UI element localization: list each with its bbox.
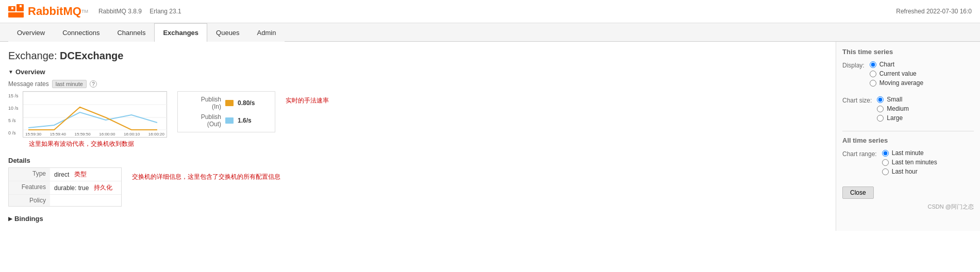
features-value: durable: true [54,184,89,192]
main-content: Exchange: DCExchange ▼ Overview Message … [0,42,836,231]
display-group: Display: Chart Current value Moving aver… [842,61,974,89]
nav-queues[interactable]: Queues [207,23,248,42]
nav-channels[interactable]: Channels [108,23,154,42]
svg-rect-4 [20,5,22,7]
timeframe-badge[interactable]: last minute [52,80,87,88]
legend-color-publish-in [225,100,234,106]
bindings-arrow-icon: ▶ [8,216,12,222]
y-label-10: 10 /s [8,106,19,111]
chart-range-last-hour[interactable]: Last hour [882,168,937,175]
legend-label-publish-in: Publish(In) [185,96,221,110]
details-row-features: Features durable: true 持久化 [9,181,121,195]
legend-color-publish-out [225,117,234,124]
display-radio-chart[interactable] [870,61,876,68]
close-button[interactable]: Close [842,186,874,199]
chart-size-radio-small-label: Small [887,96,902,103]
logo-tm: TM [81,9,88,14]
chart-size-small[interactable]: Small [877,96,909,103]
header: RabbitMQ TM RabbitMQ 3.8.9 Erlang 23.1 R… [0,0,980,23]
details-val-type: direct 类型 [50,168,91,181]
display-option-chart[interactable]: Chart [870,61,923,68]
chart-size-radio-large[interactable] [877,115,884,122]
details-row-policy: Policy [9,195,121,206]
annotation-realtime: 实时的手法速率 [286,91,329,105]
chart-size-radio-large-label: Large [887,114,903,122]
display-radio-current[interactable] [870,71,876,77]
nav-exchanges[interactable]: Exchanges [154,23,207,42]
chart-size-radio-medium-label: Medium [887,105,909,112]
chart-box: 15:59:30 15:59:40 15:59:50 16:00:00 16:0… [23,91,167,138]
refresh-time: Refreshed 2022-07-30 16:0 [896,8,972,15]
display-label: Display: [842,62,865,69]
annotation-wave-text: 这里如果有波动代表，交换机收到数据 [29,140,134,147]
content-area: Exchange: DCExchange ▼ Overview Message … [0,42,980,231]
erlang-version: Erlang 23.1 [150,8,181,15]
chart-range-group: Chart range: Last minute Last ten minute… [842,149,974,177]
chart-size-radio-small[interactable] [877,96,884,103]
x-label-4: 16:00:10 [124,132,140,137]
bindings-toggle[interactable]: ▶ Bindings [8,215,827,223]
chart-size-label: Chart size: [842,97,872,104]
x-label-3: 16:00:00 [99,132,115,137]
chart-size-medium[interactable]: Medium [877,105,909,112]
chart-range-label: Chart range: [842,150,877,158]
annotation-realtime-text: 实时的手法速率 [286,96,329,105]
sidebar-title: This time series [842,48,974,56]
exchange-name: DCExchange [60,50,123,61]
chart-size-options: Small Medium Large [877,96,909,124]
details-val-policy [50,195,58,206]
chart-range-radio-minute[interactable] [882,150,889,157]
chart-range-radio-hour[interactable] [882,168,889,175]
display-radio-current-label: Current value [879,70,917,77]
svg-rect-2 [8,12,24,18]
display-option-moving[interactable]: Moving average [870,79,923,87]
y-label-0: 0 /s [8,130,19,135]
legend-label-publish-out: Publish(Out) [185,113,221,128]
details-row-type: Type direct 类型 [9,168,121,181]
chart-range-radio-ten[interactable] [882,159,889,166]
nav-admin[interactable]: Admin [248,23,285,42]
display-option-current[interactable]: Current value [870,70,923,77]
details-val-features: durable: true 持久化 [50,181,117,194]
chart-range-options: Last minute Last ten minutes Last hour [882,149,937,177]
details-title: Details [8,157,827,164]
chart-range-last-ten[interactable]: Last ten minutes [882,159,937,166]
all-time-series-title: All time series [842,137,974,144]
details-table: Type direct 类型 Features durable: true 持久… [8,167,122,207]
bindings-label: Bindings [14,215,43,223]
display-radio-chart-label: Chart [879,61,894,68]
details-key-features: Features [9,181,50,194]
overview-arrow-icon: ▼ [8,69,13,75]
bindings-section: ▶ Bindings [8,215,827,223]
message-rates-text: Message rates [8,80,49,88]
help-icon[interactable]: ? [90,80,97,88]
legend-value-publish-in: 0.80/s [238,99,255,107]
sidebar: This time series Display: Chart Current … [836,42,980,231]
chart-size-radio-medium[interactable] [877,106,884,112]
rabbitmq-logo-icon [8,4,25,19]
rabbitmq-version: RabbitMQ 3.8.9 [98,8,142,15]
chart-range-last-minute[interactable]: Last minute [882,149,937,157]
sidebar-divider [842,131,974,131]
x-label-1: 15:59:40 [50,132,66,137]
overview-toggle[interactable]: ▼ Overview [8,68,827,76]
chart-x-axis: 15:59:30 15:59:40 15:59:50 16:00:00 16:0… [23,132,167,137]
page-title-prefix: Exchange: [8,50,60,61]
annotation-wave: 这里如果有波动代表，交换机收到数据 [29,140,827,148]
chart-range-radio-hour-label: Last hour [892,168,918,175]
chart-size-large[interactable]: Large [877,114,909,122]
logo: RabbitMQ TM [8,4,88,19]
legend-row-publish-out: Publish(Out) 1.6/s [185,113,268,128]
annotation-details-text: 交换机的详细信息，这里包含了交换机的所有配置信息 [132,173,280,181]
nav-overview[interactable]: Overview [8,23,54,42]
type-value: direct [54,171,69,178]
display-radio-moving[interactable] [870,80,876,87]
nav-connections[interactable]: Connections [54,23,108,42]
annotation-details: 交换机的详细信息，这里包含了交换机的所有配置信息 [132,167,280,181]
y-label-15: 15 /s [8,93,19,98]
details-section: Details Type direct 类型 Features durable:… [8,157,827,207]
overview-section: ▼ Overview Message rates last minute ? 1… [8,68,827,148]
nav-bar: Overview Connections Channels Exchanges … [0,23,980,42]
x-label-0: 15:59:30 [25,132,41,137]
chart-range-radio-minute-label: Last minute [892,149,924,157]
